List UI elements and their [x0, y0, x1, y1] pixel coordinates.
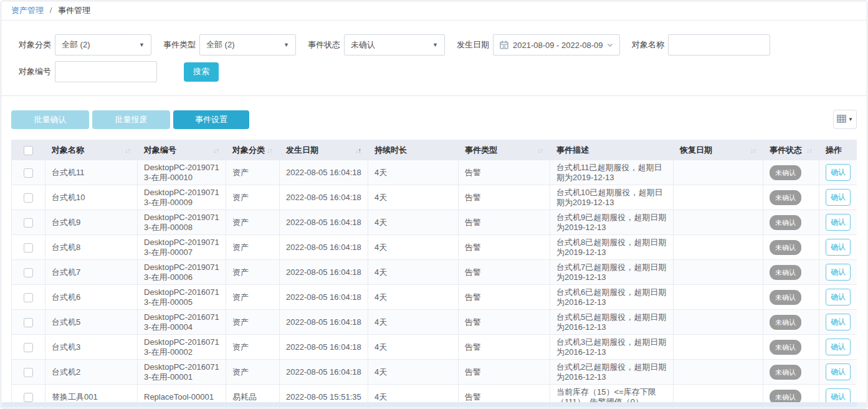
cell-object-category: 资产	[226, 310, 280, 335]
cell-recover-date	[674, 360, 763, 385]
cell-object-name: 台式机8	[45, 235, 138, 260]
cell-duration: 4天	[368, 185, 459, 210]
event-type-label: 事件类型	[163, 39, 196, 51]
object-code-input[interactable]	[55, 61, 157, 82]
cell-event-type: 告警	[459, 335, 550, 360]
date-range-picker[interactable]: 2021-08-09 - 2022-08-09	[493, 34, 620, 55]
cell-recover-date	[674, 310, 763, 335]
event-status-select[interactable]: 未确认 ▼	[344, 34, 445, 55]
cell-event-type: 告警	[459, 260, 550, 285]
confirm-button[interactable]: 确认	[826, 289, 851, 306]
table-header-row: 对象名称↓↑对象编号↓↑对象分类↓↑发生日期↓↑持续时长事件类型↓↑事件描述恢复…	[12, 140, 857, 160]
row-checkbox[interactable]	[24, 368, 33, 377]
row-checkbox[interactable]	[24, 293, 33, 302]
event-type-select[interactable]: 全部 (2) ▼	[199, 34, 296, 55]
cell-occur-date: 2022-08-05 16:04:18	[280, 285, 368, 310]
horizontal-scrollbar[interactable]	[2, 402, 866, 407]
object-category-select[interactable]: 全部 (2) ▼	[55, 34, 151, 55]
cell-object-name: 台式机2	[45, 360, 138, 385]
row-checkbox[interactable]	[24, 218, 33, 228]
object-name-input[interactable]	[668, 34, 770, 55]
event-settings-button[interactable]: 事件设置	[173, 110, 249, 129]
event-status-value: 未确认	[351, 39, 427, 51]
confirm-button[interactable]: 确认	[826, 339, 851, 355]
object-code-label: 对象编号	[19, 66, 51, 77]
sort-arrows-icon[interactable]: ↓↑	[213, 147, 219, 154]
sort-arrows-icon[interactable]: ↓↑	[537, 147, 543, 154]
column-header-date[interactable]: 发生日期↓↑	[280, 140, 368, 160]
column-header-code[interactable]: 对象编号↓↑	[138, 140, 226, 160]
cell-object-name: 台式机10	[45, 185, 138, 210]
sort-arrows-icon[interactable]: ↓↑	[355, 147, 361, 154]
confirm-button[interactable]: 确认	[826, 214, 851, 231]
status-badge: 未确认	[770, 165, 801, 180]
breadcrumb-link-asset-management[interactable]: 资产管理	[11, 6, 44, 15]
sort-arrows-icon[interactable]: ↓↑	[125, 147, 131, 154]
row-checkbox[interactable]	[24, 193, 33, 203]
column-header-recover[interactable]: 恢复日期↓↑	[674, 140, 763, 160]
cell-object-code: DesktopPC-20190713-在用-00006	[138, 260, 226, 285]
cell-event-description: 台式机7已超期服役，超期日期为2019-12-13	[550, 260, 674, 285]
table-columns-icon	[837, 115, 846, 125]
event-type-value: 全部 (2)	[206, 39, 279, 51]
scrollbar-thumb[interactable]	[2, 402, 857, 407]
table-row: 台式机6 DesktopPC-20160713-在用-00005 资产 2022…	[12, 285, 857, 310]
search-button[interactable]: 搜索	[184, 62, 219, 82]
cell-occur-date: 2022-08-05 16:04:18	[280, 235, 368, 260]
column-label: 对象分类	[232, 145, 265, 156]
column-header-type[interactable]: 事件类型↓↑	[459, 140, 550, 160]
sort-arrows-icon[interactable]: ↓↑	[267, 147, 273, 154]
cell-object-code: DesktopPC-20160713-在用-00004	[138, 310, 226, 335]
cell-event-type: 告警	[459, 285, 550, 310]
column-header-status[interactable]: 事件状态↓↑	[763, 140, 819, 160]
cell-duration: 4天	[368, 335, 459, 360]
batch-scrap-button[interactable]: 批量报废	[92, 110, 170, 129]
cell-event-description: 台式机11已超期服役，超期日期为2019-12-13	[550, 160, 674, 185]
batch-confirm-button[interactable]: 批量确认	[11, 110, 89, 129]
confirm-button[interactable]: 确认	[826, 314, 851, 330]
confirm-button[interactable]: 确认	[826, 363, 851, 380]
sort-arrows-icon[interactable]: ↓↑	[750, 147, 756, 154]
column-header-category[interactable]: 对象分类↓↑	[226, 140, 280, 160]
column-label: 事件描述	[556, 145, 589, 156]
table-row: 台式机2 DesktopPC-20160713-在用-00001 资产 2022…	[12, 360, 857, 385]
table-row: 台式机9 DesktopPC-20190713-在用-00008 资产 2022…	[12, 210, 857, 235]
sort-arrows-icon[interactable]: ↓↑	[806, 147, 813, 154]
column-header-name[interactable]: 对象名称↓↑	[45, 140, 138, 160]
status-badge: 未确认	[770, 290, 801, 305]
confirm-button[interactable]: 确认	[826, 239, 851, 256]
object-name-label: 对象名称	[632, 39, 664, 51]
cell-object-code: DesktopPC-20190713-在用-00010	[138, 160, 226, 185]
calendar-icon	[500, 41, 508, 49]
cell-duration: 4天	[368, 160, 459, 185]
row-checkbox[interactable]	[24, 393, 33, 402]
cell-occur-date: 2022-08-05 16:04:18	[280, 360, 368, 385]
cell-object-code: DesktopPC-20160713-在用-00001	[138, 360, 226, 385]
breadcrumb-current: 事件管理	[58, 6, 90, 15]
cell-object-category: 资产	[226, 285, 280, 310]
confirm-button[interactable]: 确认	[826, 189, 851, 206]
row-checkbox[interactable]	[24, 243, 33, 253]
caret-down-icon: ▼	[432, 42, 438, 48]
row-checkbox[interactable]	[24, 343, 33, 352]
object-category-label: 对象分类	[19, 39, 51, 51]
caret-down-icon: ▼	[848, 117, 853, 122]
column-settings-button[interactable]: ▼	[833, 110, 857, 129]
cell-object-name: 台式机3	[45, 335, 138, 360]
row-checkbox[interactable]	[24, 168, 33, 178]
row-checkbox[interactable]	[24, 318, 33, 327]
cell-occur-date: 2022-08-05 16:04:18	[280, 160, 368, 185]
event-management-page: 资产管理 / 事件管理 对象分类 全部 (2) ▼ 事件类型 全部 (2) ▼ …	[1, 1, 867, 408]
row-checkbox[interactable]	[24, 268, 33, 277]
cell-object-name: 台式机5	[45, 310, 138, 335]
cell-occur-date: 2022-08-05 16:04:18	[280, 335, 368, 360]
confirm-button[interactable]: 确认	[826, 164, 851, 181]
cell-event-type: 告警	[459, 210, 550, 235]
column-label: 对象编号	[144, 145, 176, 156]
table-row: 台式机8 DesktopPC-20190713-在用-00007 资产 2022…	[12, 235, 857, 260]
confirm-button[interactable]: 确认	[826, 264, 851, 281]
select-all-checkbox[interactable]	[24, 146, 33, 155]
filter-occur-date: 发生日期 2021-08-09 - 2022-08-09	[457, 34, 620, 55]
object-category-value: 全部 (2)	[62, 39, 134, 51]
cell-object-name: 台式机7	[45, 260, 138, 285]
